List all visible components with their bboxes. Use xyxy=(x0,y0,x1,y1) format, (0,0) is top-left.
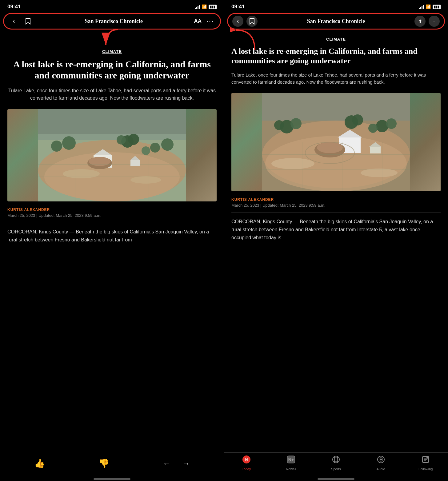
battery-icon-left: ▮▮▮ xyxy=(209,5,217,9)
sports-icon xyxy=(332,455,340,466)
arrow-annotation-right xyxy=(230,24,261,53)
thumbsup-icon: 👍 xyxy=(34,458,45,468)
svg-point-11 xyxy=(161,138,174,151)
svg-point-9 xyxy=(62,136,76,150)
forward-arrow-button[interactable]: → xyxy=(182,459,190,468)
date-left: March 25, 2023 | Updated: March 25, 2023… xyxy=(7,213,217,218)
body-left: CORCORAN, Kings County — Beneath the big… xyxy=(7,228,217,244)
back-button-left[interactable]: ‹ xyxy=(8,16,19,27)
divider-right xyxy=(231,213,441,213)
status-icons-right: 📶 ▮▮▮ xyxy=(419,4,441,9)
home-indicator-left xyxy=(94,478,130,480)
newsplus-icon: N+ xyxy=(287,455,295,466)
svg-point-12 xyxy=(142,146,150,155)
tab-sports[interactable]: Sports xyxy=(325,455,347,471)
article-image-left xyxy=(7,109,217,201)
thumbsup-button[interactable]: 👍 xyxy=(34,458,45,468)
bottom-nav-left: 👍 👎 ← → xyxy=(0,453,224,476)
svg-text:N: N xyxy=(245,458,248,462)
arrow-annotation-left xyxy=(100,26,124,49)
article-content-right: CLIMATE A lost lake is re-emerging in Ca… xyxy=(224,31,448,452)
share-icon: ⬆ xyxy=(418,18,422,24)
tab-following[interactable]: Following xyxy=(415,455,436,471)
svg-point-60 xyxy=(380,459,382,460)
aa-button-left[interactable]: AA xyxy=(194,18,202,24)
newsplus-label: News+ xyxy=(286,467,296,471)
status-bar-right: 09:41 📶 ▮▮▮ xyxy=(224,0,448,12)
more-button-left[interactable]: ··· xyxy=(205,16,216,27)
svg-point-35 xyxy=(317,142,343,153)
forward-arrow-icon: → xyxy=(182,459,190,468)
thumbsdown-icon: 👎 xyxy=(98,458,109,468)
tab-audio[interactable]: Audio xyxy=(370,455,392,471)
category-left: CLIMATE xyxy=(7,49,217,54)
svg-point-10 xyxy=(150,143,160,153)
thumbsdown-button[interactable]: 👎 xyxy=(98,458,109,468)
svg-point-41 xyxy=(368,124,378,133)
today-icon: N xyxy=(242,455,251,466)
signal-icon-left xyxy=(195,5,200,9)
following-label: Following xyxy=(418,467,433,471)
nav-title-right: San Francisco Chronicle xyxy=(261,18,411,25)
author-left: KURTIS ALEXANDER xyxy=(7,208,217,212)
signal-icon-right xyxy=(419,5,424,9)
share-button-right[interactable]: ⬆ xyxy=(414,16,426,27)
bottom-nav-right: N Today N+ News+ Sports xyxy=(224,452,448,476)
svg-point-38 xyxy=(274,120,284,130)
status-icons-left: 📶 ▮▮▮ xyxy=(195,4,217,9)
article-subtitle-right: Tulare Lake, once four times the size of… xyxy=(231,72,441,85)
back-arrow-button[interactable]: ← xyxy=(163,459,170,468)
svg-point-21 xyxy=(130,176,161,184)
more-button-right[interactable]: ··· xyxy=(429,16,440,27)
svg-rect-51 xyxy=(370,147,381,153)
left-phone: 09:41 📶 ▮▮▮ ‹ San Francisco Chronicle xyxy=(0,0,224,481)
svg-point-43 xyxy=(352,114,363,125)
time-right: 09:41 xyxy=(231,4,245,10)
svg-point-23 xyxy=(117,135,126,145)
nav-wrapper-right: ‹ San Francisco Chronicle ⬆ ··· xyxy=(224,12,448,31)
svg-point-8 xyxy=(51,141,62,152)
audio-icon xyxy=(377,455,385,466)
time-left: 09:41 xyxy=(7,4,21,10)
svg-rect-25 xyxy=(130,160,140,166)
home-indicator-right xyxy=(318,478,354,480)
wifi-icon-left: 📶 xyxy=(202,4,207,9)
svg-point-49 xyxy=(271,158,314,169)
svg-point-20 xyxy=(63,169,100,178)
svg-point-65 xyxy=(426,456,429,459)
svg-point-39 xyxy=(376,120,388,132)
sports-label: Sports xyxy=(331,467,341,471)
today-label: Today xyxy=(242,467,251,471)
svg-point-50 xyxy=(361,169,398,177)
svg-point-24 xyxy=(128,134,139,145)
article-content-left: CLIMATE A lost lake is re-emerging in Ca… xyxy=(0,31,224,453)
tab-today[interactable]: N Today xyxy=(236,455,257,471)
bookmark-button-left[interactable] xyxy=(22,16,34,27)
date-right: March 25, 2023 | Updated: March 25, 2023… xyxy=(231,203,441,208)
article-image-right xyxy=(231,93,441,191)
wifi-icon-right: 📶 xyxy=(426,4,431,9)
more-icon-right: ··· xyxy=(431,18,437,25)
article-subtitle-left: Tulare Lake, once four times the size of… xyxy=(7,87,217,102)
article-title-right: A lost lake is re-emerging in California… xyxy=(231,46,441,66)
category-right: CLIMATE xyxy=(231,37,441,42)
battery-icon-right: ▮▮▮ xyxy=(433,5,441,9)
nav-arrows: ← → xyxy=(163,459,190,468)
status-bar-left: 09:41 📶 ▮▮▮ xyxy=(0,0,224,12)
back-arrow-icon: ← xyxy=(163,459,170,468)
following-icon xyxy=(421,455,430,466)
nav-title-left: San Francisco Chronicle xyxy=(37,18,191,25)
tab-newsplus[interactable]: N+ News+ xyxy=(280,455,302,471)
article-title-left: A lost lake is re-emerging in California… xyxy=(7,59,217,81)
author-right: KURTIS ALEXANDER xyxy=(231,197,441,202)
svg-point-37 xyxy=(290,118,302,129)
divider-left xyxy=(7,223,217,223)
audio-label: Audio xyxy=(377,467,385,471)
svg-point-40 xyxy=(386,118,397,129)
body-right: CORCORAN, Kings County — Beneath the big… xyxy=(231,218,441,241)
svg-text:N+: N+ xyxy=(288,457,294,462)
right-phone: 09:41 📶 ▮▮▮ ‹ San Francisco Chronicle xyxy=(224,0,448,481)
